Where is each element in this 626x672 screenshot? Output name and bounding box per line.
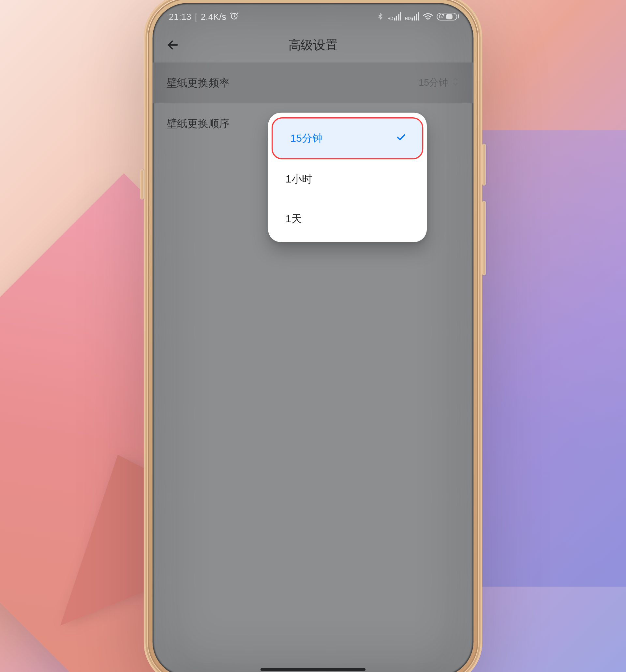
row-label: 壁纸更换顺序: [167, 117, 230, 131]
option-15min[interactable]: 15分钟: [272, 117, 423, 159]
frequency-dropdown: 15分钟 1小时 1天: [268, 113, 427, 242]
phone-screen: 21:13 | 2.4K/s: [153, 3, 474, 672]
battery-percent: 67: [438, 14, 445, 19]
app-bar: 高级设置: [153, 27, 474, 62]
row-value: 15分钟: [419, 77, 448, 89]
status-time: 21:13: [169, 11, 191, 21]
signal-1-icon: HD: [387, 13, 401, 21]
updown-chevron-icon: [451, 77, 459, 89]
status-bar: 21:13 | 2.4K/s: [153, 3, 474, 27]
phone-side-button: [140, 169, 144, 199]
alarm-icon: [230, 11, 239, 22]
back-button[interactable]: [164, 36, 182, 54]
gesture-bar[interactable]: [260, 668, 366, 671]
option-label: 1小时: [286, 172, 312, 186]
option-label: 15分钟: [290, 131, 323, 145]
phone-side-button: [482, 144, 486, 186]
row-label: 壁纸更换频率: [167, 76, 230, 90]
status-separator: |: [195, 11, 197, 21]
status-net-speed: 2.4K/s: [201, 11, 226, 21]
phone-side-button: [482, 201, 486, 275]
checkmark-icon: [395, 131, 407, 146]
bluetooth-icon: [377, 12, 384, 21]
signal-2-icon: HD: [405, 13, 419, 21]
option-1hour[interactable]: 1小时: [268, 159, 427, 199]
option-1day[interactable]: 1天: [268, 199, 427, 239]
battery-icon: 67: [437, 13, 457, 20]
page-title: 高级设置: [288, 37, 338, 53]
row-wallpaper-frequency[interactable]: 壁纸更换频率 15分钟: [153, 63, 474, 103]
wifi-icon: [422, 13, 433, 21]
svg-point-1: [427, 19, 428, 20]
phone-frame: 21:13 | 2.4K/s: [144, 0, 482, 672]
option-label: 1天: [286, 212, 302, 226]
